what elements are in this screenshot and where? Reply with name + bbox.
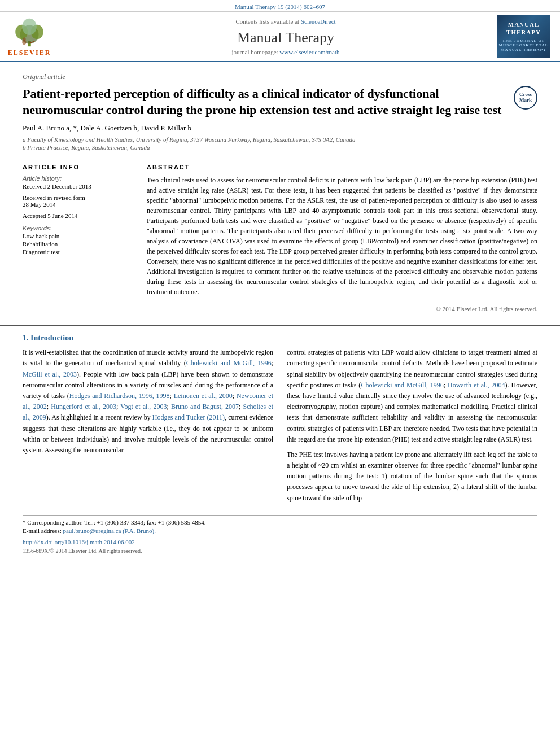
header-right: MANUALTHERAPY THE JOURNAL OFMUSCULOSKELE…	[497, 15, 553, 58]
body-two-col: It is well-established that the coordina…	[23, 347, 537, 508]
crossmark-area: CrossMark	[512, 86, 537, 110]
ref-hodges-tucker[interactable]: Hodges and Tucker (2011)	[152, 413, 225, 421]
body-p1: It is well-established that the coordina…	[23, 347, 273, 456]
journal-ref-bar: Manual Therapy 19 (2014) 602–607	[0, 0, 560, 12]
article-info-heading: ARTICLE INFO	[23, 164, 135, 171]
ref-cholewicki-1996b[interactable]: Cholewicki and McGill, 1996	[361, 381, 443, 389]
sciencedirect-prefix: Contents lists available at	[235, 18, 299, 25]
doi-link[interactable]: http://dx.doi.org/10.1016/j.math.2014.06…	[23, 539, 135, 545]
sciencedirect-link[interactable]: ScienceDirect	[301, 18, 336, 25]
article-type: Original article	[23, 69, 537, 81]
crossmark-text: CrossMark	[519, 92, 532, 103]
elsevier-tree-icon	[7, 16, 52, 47]
article-info-col: ARTICLE INFO Article history: Received 2…	[23, 164, 135, 312]
article-title: Patient-reported perception of difficult…	[23, 86, 506, 118]
email-label: E-mail address:	[23, 527, 62, 534]
authors-text: Paul A. Bruno a, *, Dale A. Goertzen b, …	[23, 124, 191, 132]
cover-subtitle: THE JOURNAL OFMUSCULOSKELETALMANUAL THER…	[499, 38, 549, 52]
email-link[interactable]: paul.bruno@uregina.ca (P.A. Bruno).	[63, 527, 155, 534]
abstract-col: ABSTRACT Two clinical tests used to asse…	[147, 164, 537, 312]
keywords-heading: Keywords:	[23, 225, 135, 231]
journal-title: Manual Therapy	[237, 29, 334, 46]
ref-howarth[interactable]: Howarth et al., 2004	[448, 381, 505, 389]
copyright-line: © 2014 Elsevier Ltd. All rights reserved…	[147, 302, 537, 312]
footnote-section: * Corresponding author. Tel.: +1 (306) 3…	[23, 515, 537, 534]
cover-title: MANUALTHERAPY	[506, 21, 541, 36]
ref-mcgill-2003[interactable]: McGill et al., 2003	[23, 370, 77, 378]
keyword-2: Rehabilitation	[23, 241, 135, 247]
affiliation-a: a Faculty of Kinesiology and Health Stud…	[23, 136, 537, 143]
doi-section: http://dx.doi.org/10.1016/j.math.2014.06…	[23, 539, 537, 545]
keyword-3: Diagnostic test	[23, 248, 135, 255]
journal-header: ELSEVIER Contents lists available at Sci…	[0, 12, 560, 62]
email-footnote: E-mail address: paul.bruno@uregina.ca (P…	[23, 527, 537, 534]
homepage-url[interactable]: www.elsevier.com/math	[279, 49, 339, 55]
body-col2-text: control strategies of patients with LBP …	[287, 347, 537, 504]
journal-ref-text: Manual Therapy 19 (2014) 602–607	[235, 3, 325, 10]
elsevier-wordmark: ELSEVIER	[8, 49, 51, 57]
abstract-heading: ABSTRACT	[147, 164, 537, 171]
ref-hodges-1996[interactable]: Hodges and Richardson, 1996, 1998	[69, 392, 170, 400]
body-section: 1. Introduction It is well-established t…	[0, 325, 560, 560]
accepted-date: Accepted 5 June 2014	[23, 212, 135, 219]
history-label: Article history:	[23, 175, 135, 182]
homepage-label: journal homepage:	[231, 49, 278, 55]
revised-date: Received in revised form28 May 2014	[23, 194, 135, 208]
svg-point-4	[22, 18, 37, 34]
svg-point-6	[23, 37, 25, 41]
ref-vogt[interactable]: Vogt et al., 2003	[120, 403, 167, 410]
affiliation-b: b Private Practice, Regina, Saskatchewan…	[23, 144, 537, 151]
ref-cholewicki-1996[interactable]: Cholewicki and McGill, 1996	[186, 359, 272, 367]
elsevier-logo: ELSEVIER	[7, 16, 52, 57]
body-col-2: control strategies of patients with LBP …	[287, 347, 537, 508]
ref-hungerford[interactable]: Hungerford et al., 2003	[51, 403, 116, 410]
received-date: Received 2 December 2013	[23, 183, 135, 190]
journal-homepage: journal homepage: www.elsevier.com/math	[231, 49, 339, 55]
article-section: Original article Patient-reported percep…	[0, 62, 560, 325]
body-col-1: It is well-established that the coordina…	[23, 347, 273, 508]
body-p2: control strategies of patients with LBP …	[287, 347, 537, 445]
abstract-text: Two clinical tests used to assess for ne…	[147, 175, 537, 297]
section1-heading: 1. Introduction	[23, 334, 537, 343]
issn-section: 1356-689X/© 2014 Elsevier Ltd. All right…	[23, 548, 537, 554]
body-col1-text: It is well-established that the coordina…	[23, 347, 273, 456]
header-center: Contents lists available at ScienceDirec…	[80, 15, 491, 58]
article-title-row: Patient-reported perception of difficult…	[23, 86, 537, 124]
article-info-abstract: ARTICLE INFO Article history: Received 2…	[23, 158, 537, 312]
crossmark-icon: CrossMark	[514, 86, 537, 110]
authors-line: Paul A. Bruno a, *, Dale A. Goertzen b, …	[23, 124, 537, 133]
keyword-1: Low back pain	[23, 233, 135, 239]
journal-cover: MANUALTHERAPY THE JOURNAL OFMUSCULOSKELE…	[497, 15, 550, 58]
corresponding-footnote: * Corresponding author. Tel.: +1 (306) 3…	[23, 519, 537, 526]
header-left: ELSEVIER	[7, 15, 75, 58]
affiliations: a Faculty of Kinesiology and Health Stud…	[23, 136, 537, 151]
ref-leinonen[interactable]: Leinonen et al., 2000	[174, 392, 233, 400]
body-p3: The PHE test involves having a patient l…	[287, 449, 537, 504]
ref-bruno-bagust[interactable]: Bruno and Bagust, 2007	[171, 403, 239, 410]
sciencedirect-line: Contents lists available at ScienceDirec…	[235, 18, 335, 25]
